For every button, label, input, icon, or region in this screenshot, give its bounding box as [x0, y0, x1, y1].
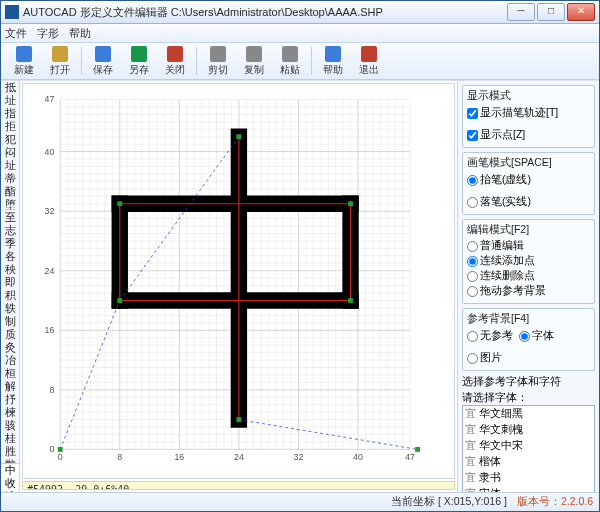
cut-button[interactable]: 剪切 [201, 43, 235, 80]
char-item[interactable]: 犯 [1, 133, 19, 146]
edit-opt-0[interactable]: 普通编辑 [467, 239, 590, 253]
close-button[interactable]: 关闭 [158, 43, 192, 80]
menu-帮助[interactable]: 帮助 [69, 26, 91, 41]
svg-text:32: 32 [294, 452, 304, 462]
app-icon [5, 5, 19, 19]
svg-rect-130 [415, 447, 420, 452]
edit-opt-2[interactable]: 连续删除点 [467, 269, 590, 283]
font-item[interactable]: 宜 隶书 [463, 470, 594, 486]
edit-opt-3[interactable]: 拖动参考背景 [467, 284, 590, 298]
char-item[interactable]: 址 [1, 94, 19, 107]
char-item[interactable]: 积 [1, 289, 19, 302]
show-points-check[interactable]: 显示点[Z] [467, 128, 525, 142]
close-button[interactable]: ✕ [567, 3, 595, 21]
char-item[interactable]: 胜 [1, 445, 19, 458]
char-selected[interactable]: 中 [1, 464, 19, 477]
minimize-button[interactable]: ─ [507, 3, 535, 21]
copy-button[interactable]: 复制 [237, 43, 271, 80]
new-icon [16, 46, 32, 62]
char-item[interactable]: 堕 [1, 198, 19, 211]
char-item[interactable]: 拒 [1, 120, 19, 133]
char-item[interactable]: 秧 [1, 263, 19, 276]
pen-down-radio[interactable]: 落笔(实线) [467, 195, 531, 209]
display-mode-title: 显示模式 [467, 89, 590, 103]
save-icon [95, 46, 111, 62]
ref-opt-1[interactable]: 字体 [519, 329, 554, 343]
svg-rect-128 [236, 134, 241, 139]
exit-icon [361, 46, 377, 62]
font-item[interactable]: 宜 华文刺槐 [463, 422, 594, 438]
font-select-label: 选择参考字体和字符 [462, 375, 595, 389]
exit-button[interactable]: 退出 [352, 43, 386, 80]
char-item[interactable]: 至 [1, 211, 19, 224]
svg-rect-124 [117, 298, 122, 303]
menu-字形[interactable]: 字形 [37, 26, 59, 41]
svg-text:24: 24 [45, 266, 55, 276]
char-item[interactable]: 轶 [1, 302, 19, 315]
svg-text:0: 0 [49, 444, 54, 454]
open-button[interactable]: 打开 [43, 43, 77, 80]
char-item[interactable]: 蒂 [1, 172, 19, 185]
char-item[interactable]: 抵 [1, 81, 19, 94]
menu-文件[interactable]: 文件 [5, 26, 27, 41]
char-item[interactable]: 志 [1, 224, 19, 237]
char-item[interactable]: 楝 [1, 406, 19, 419]
saveas-button[interactable]: 另存 [122, 43, 156, 80]
char-item[interactable]: 制 [1, 315, 19, 328]
svg-text:0: 0 [58, 452, 63, 462]
char-item[interactable]: 指 [1, 107, 19, 120]
save-button[interactable]: 保存 [86, 43, 120, 80]
svg-rect-126 [348, 201, 353, 206]
char-item[interactable]: 即 [1, 276, 19, 289]
char-item[interactable]: 各 [1, 250, 19, 263]
font-item[interactable]: 宜 华文细黑 [463, 406, 594, 422]
font-list[interactable]: 宜 华文细黑宜 华文刺槐宜 华文中宋宜 楷体宜 隶书宜 宋体宜 宋体-方正超大字… [462, 405, 595, 492]
window-title: AUTOCAD 形定义文件编辑器 C:\Users\Administrator\… [23, 5, 507, 20]
show-trace-check[interactable]: 显示描笔轨迹[T] [467, 106, 558, 120]
svg-text:40: 40 [45, 147, 55, 157]
status-coord: 当前坐标 [ X:015,Y:016 ] [391, 495, 507, 509]
info-bar: #54992, 29,0:6%40 2,8,(8,20),1,9,(0,13),… [22, 481, 455, 490]
font-item[interactable]: 宜 楷体 [463, 454, 594, 470]
char-item[interactable]: 质 [1, 328, 19, 341]
char-item[interactable]: 酯 [1, 185, 19, 198]
char-item[interactable]: 骇 [1, 419, 19, 432]
ref-opt-0[interactable]: 无参考 [467, 329, 513, 343]
svg-text:47: 47 [405, 452, 415, 462]
svg-text:47: 47 [45, 94, 55, 104]
svg-text:16: 16 [45, 325, 55, 335]
help-icon [325, 46, 341, 62]
svg-rect-127 [348, 298, 353, 303]
svg-text:24: 24 [234, 452, 244, 462]
svg-rect-123 [58, 447, 63, 452]
refbg-title: 参考背景[F4] [467, 312, 590, 326]
edit-opt-1[interactable]: 连续添加点 [467, 254, 590, 268]
font-item[interactable]: 宜 华文中宋 [463, 438, 594, 454]
paste-button[interactable]: 粘贴 [273, 43, 307, 80]
char-item[interactable]: 灸 [1, 341, 19, 354]
svg-text:16: 16 [174, 452, 184, 462]
maximize-button[interactable]: □ [537, 3, 565, 21]
svg-rect-129 [236, 417, 241, 422]
edit-mode-title: 编辑模式[F2] [467, 223, 590, 237]
saveas-icon [131, 46, 147, 62]
char-item[interactable]: 桂 [1, 432, 19, 445]
svg-text:40: 40 [353, 452, 363, 462]
new-button[interactable]: 新建 [7, 43, 41, 80]
char-item[interactable]: 抒 [1, 393, 19, 406]
glyph-canvas[interactable]: 081624324047081624324047 [23, 84, 454, 478]
help-button[interactable]: 帮助 [316, 43, 350, 80]
cut-icon [210, 46, 226, 62]
char-item[interactable]: 闷 [1, 146, 19, 159]
char-item[interactable]: 桓 [1, 367, 19, 380]
canvas[interactable]: 081624324047081624324047 [22, 83, 455, 479]
char-item[interactable]: 址 [1, 159, 19, 172]
char-list[interactable]: 抵址指拒犯闷址蒂酯堕至志季各秧即积轶制质灸冶桓解抒楝骇桂胜散酞椎抑座宴解留庄落袜… [1, 81, 19, 463]
pen-up-radio[interactable]: 抬笔(虚线) [467, 173, 531, 187]
close-icon [167, 46, 183, 62]
char-item[interactable]: 季 [1, 237, 19, 250]
char-item[interactable]: 冶 [1, 354, 19, 367]
pen-mode-title: 画笔模式[SPACE] [467, 156, 590, 170]
ref-opt-2[interactable]: 图片 [467, 351, 502, 365]
char-item[interactable]: 解 [1, 380, 19, 393]
